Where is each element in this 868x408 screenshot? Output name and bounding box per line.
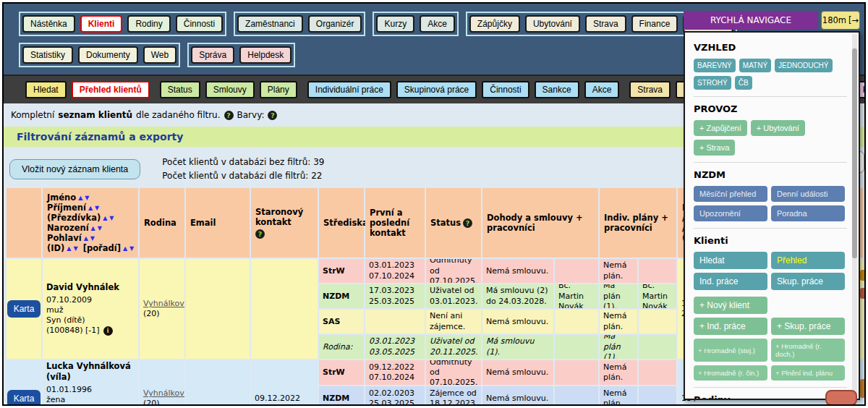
nzdm-mesicni-prehled[interactable]: Měsíční přehled xyxy=(694,186,767,202)
family-link[interactable]: Vyhnálkovi xyxy=(143,388,181,399)
nav-zamestnanci[interactable]: Zaměstnanci xyxy=(237,15,303,33)
add-ubytovani-button[interactable]: + Ubytování xyxy=(751,120,805,136)
nav-kurzy[interactable]: Kurzy xyxy=(376,15,414,33)
add-hromadne-r-doch[interactable]: + Hromadně (r. doch.) xyxy=(771,339,845,362)
sort-desc-icon[interactable]: ▼ xyxy=(85,195,89,201)
section-title: Klienti xyxy=(694,235,847,246)
karta-button[interactable]: Karta xyxy=(7,390,41,406)
sort-prijmeni[interactable]: Příjmení xyxy=(47,203,86,213)
help-icon[interactable]: ? xyxy=(463,218,472,228)
sort-desc-icon[interactable]: ▼ xyxy=(90,235,95,242)
contract-cell: Má smlouvu (1). xyxy=(482,335,553,359)
hidden-button-fragment xyxy=(860,270,866,281)
karta-button[interactable]: Karta xyxy=(7,300,41,318)
sort-desc-icon[interactable]: ▼ xyxy=(129,245,134,252)
family-link[interactable]: Vyhnálkovi xyxy=(143,299,181,309)
nav-klienti[interactable]: Klienti xyxy=(80,15,123,33)
sort-poradi[interactable]: [pořadí] xyxy=(83,243,121,253)
nav-finance[interactable]: Finance xyxy=(631,15,678,33)
toolbar-prehled-klientu[interactable]: Přehled klientů xyxy=(72,81,150,98)
add-ind-prace[interactable]: + Ind. práce xyxy=(694,318,767,335)
sort-narozeni[interactable]: Narození xyxy=(47,223,89,233)
sort-asc-icon[interactable]: ▲ xyxy=(91,225,95,231)
nav-helpdesk[interactable]: Helpdesk xyxy=(239,46,292,64)
toolbar-cinnosti[interactable]: Činnosti xyxy=(482,81,529,98)
nav-rodiny[interactable]: Rodiny xyxy=(127,15,170,33)
toolbar-akce[interactable]: Akce xyxy=(584,81,620,98)
nav-zapujcky[interactable]: Zápůjčky xyxy=(469,15,520,33)
sort-asc-icon[interactable]: ▲ xyxy=(88,205,93,211)
panel-scrollbar[interactable] xyxy=(852,34,857,397)
scrollbar-thumb[interactable] xyxy=(852,48,857,258)
nzdm-denni-udalosti[interactable]: Denní události xyxy=(771,186,845,202)
toolbar-hledat[interactable]: Hledat xyxy=(25,81,67,98)
new-client-button[interactable]: Vložit nový záznam klienta xyxy=(9,159,140,179)
add-strava-button[interactable]: + Strava xyxy=(694,140,735,156)
klienti-prehled[interactable]: Přehled xyxy=(771,252,845,269)
nav-web[interactable]: Web xyxy=(143,46,176,64)
contact-dates: 03.01.202303.05.2025 xyxy=(365,335,425,359)
help-icon[interactable]: ? xyxy=(268,111,277,120)
nav-statistiky[interactable]: Statistiky xyxy=(22,46,73,64)
nav-dokumenty[interactable]: Dokumenty xyxy=(78,46,138,64)
nav-ubytovani[interactable]: Ubytování xyxy=(525,15,580,33)
nav-strava[interactable]: Strava xyxy=(585,15,626,33)
sort-desc-icon[interactable]: ▼ xyxy=(109,215,114,221)
hidden-button-fragment xyxy=(860,379,866,398)
add-plneni-ind-planu[interactable]: + Plnění ind. plánu xyxy=(771,365,845,381)
add-hromadne-stej[interactable]: + Hromadně (stej.) xyxy=(694,339,767,362)
theme-barevny[interactable]: BAREVNÝ xyxy=(694,59,736,72)
nzdm-poradna[interactable]: Poradna xyxy=(771,205,845,221)
nav-organizer[interactable]: Organizér xyxy=(308,15,362,33)
nzdm-upozorneni[interactable]: Upozornění xyxy=(694,205,767,221)
toolbar-sankce[interactable]: Sankce xyxy=(535,81,579,98)
toolbar-status[interactable]: Status xyxy=(160,81,200,98)
sort-desc-icon[interactable]: ▼ xyxy=(74,245,78,252)
toolbar-skupinova-prace[interactable]: Skupinová práce xyxy=(396,81,477,98)
toolbar-smlouvy[interactable]: Smlouvy xyxy=(205,81,255,98)
nav-nastenka[interactable]: Nástěnka xyxy=(22,15,75,33)
help-icon[interactable]: ? xyxy=(255,229,265,239)
header-staronovy: Staronový kontakt? xyxy=(251,188,318,258)
theme-strohy[interactable]: STROHÝ xyxy=(694,76,731,90)
sort-asc-icon[interactable]: ▲ xyxy=(103,215,107,221)
info-icon[interactable]: i xyxy=(103,326,113,336)
sort-id[interactable]: (ID) xyxy=(47,243,64,253)
quick-nav-header[interactable]: RYCHLÁ NAVIGACE xyxy=(684,11,818,30)
sort-asc-icon[interactable]: ▲ xyxy=(78,195,82,201)
client-counts: Počet klientů v databázi bez filtrů: 39 … xyxy=(162,156,324,182)
help-icon[interactable]: ? xyxy=(224,111,234,120)
staronovy-cell: 09.12.2022 xyxy=(251,360,318,406)
contract-cell: Nemá smlouvu. xyxy=(482,259,553,283)
sort-desc-icon[interactable]: ▼ xyxy=(98,225,102,231)
add-zapujceni-button[interactable]: + Zapůjčení xyxy=(694,120,747,136)
sort-prezdivka[interactable]: (Přezdívka) xyxy=(47,213,101,223)
sort-jmeno[interactable]: Jméno xyxy=(47,192,76,203)
toolbar-individualni-prace[interactable]: Individuální práce xyxy=(307,81,391,98)
hidden-button-fragment xyxy=(860,288,866,299)
toolbar-strava[interactable]: Strava xyxy=(629,81,671,98)
plan-cell: Nemá plán. xyxy=(600,386,637,406)
add-skup-prace[interactable]: + Skup. práce xyxy=(771,318,845,335)
session-logout-button[interactable]: 180m [→ xyxy=(821,11,860,30)
theme-cb[interactable]: ČB xyxy=(735,76,752,90)
client-identity-cell: David Vyhnálek 07.10.2009 muž Syn (dítě)… xyxy=(43,259,138,359)
add-novy-klient[interactable]: + Nový klient xyxy=(694,297,767,314)
section-nzdm: NZDM Měsíční přehled Denní události Upoz… xyxy=(694,162,847,228)
add-hromadne-r-cin[interactable]: + Hromadně (r. čin.) xyxy=(694,365,767,381)
klienti-ind-prace[interactable]: Ind. práce xyxy=(694,273,767,290)
sort-desc-icon[interactable]: ▼ xyxy=(95,205,99,211)
nav-cinnosti[interactable]: Činnosti xyxy=(176,15,223,33)
klienti-hledat[interactable]: Hledat xyxy=(694,252,767,269)
nav-akce[interactable]: Akce xyxy=(420,15,455,33)
toolbar-plany[interactable]: Plány xyxy=(260,81,297,98)
sort-asc-icon[interactable]: ▲ xyxy=(123,245,127,252)
theme-jednoduchy[interactable]: JEDNODUCHÝ xyxy=(775,59,832,72)
sort-asc-icon[interactable]: ▲ xyxy=(84,235,88,242)
sort-pohlavi[interactable]: Pohlaví xyxy=(47,233,82,243)
sort-asc-icon[interactable]: ▲ xyxy=(67,245,71,252)
theme-matny[interactable]: MATNÝ xyxy=(739,59,771,72)
klienti-skup-prace[interactable]: Skup. práce xyxy=(771,273,845,290)
nav-sprava[interactable]: Správa xyxy=(191,46,234,64)
stredisko-label: NZDM xyxy=(319,284,364,308)
